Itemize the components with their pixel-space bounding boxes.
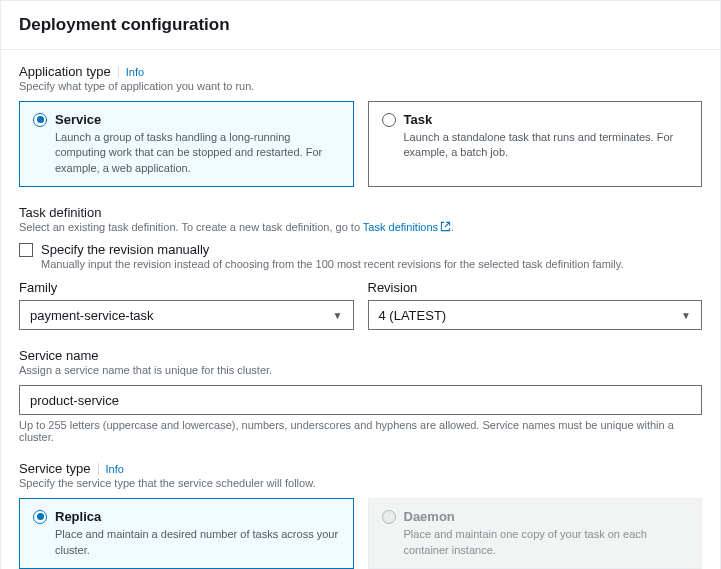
service-type-info-link[interactable]: Info: [98, 463, 124, 475]
radio-icon: [33, 510, 47, 524]
service-name-label: Service name: [19, 348, 702, 363]
task-definition-desc: Select an existing task definition. To c…: [19, 221, 702, 233]
specify-revision-label: Specify the revision manually: [41, 242, 702, 257]
task-definitions-link[interactable]: Task definitions: [363, 221, 451, 233]
task-definition-section: Task definition Select an existing task …: [19, 205, 702, 330]
external-link-icon: [440, 221, 451, 232]
chevron-down-icon: ▼: [681, 310, 691, 321]
app-type-task-desc: Launch a standalone task that runs and t…: [404, 130, 689, 161]
application-type-info-link[interactable]: Info: [118, 66, 144, 78]
page-title: Deployment configuration: [19, 15, 702, 35]
application-type-label: Application type: [19, 64, 111, 79]
app-type-task-card[interactable]: Task Launch a standalone task that runs …: [368, 101, 703, 187]
radio-icon: [33, 113, 47, 127]
specify-revision-checkbox[interactable]: [19, 243, 33, 257]
revision-label: Revision: [368, 280, 703, 295]
page-header: Deployment configuration: [1, 1, 720, 50]
service-type-daemon-title: Daemon: [404, 509, 455, 524]
service-type-daemon-desc: Place and maintain one copy of your task…: [404, 527, 689, 558]
service-type-label: Service type: [19, 461, 91, 476]
app-type-service-card[interactable]: Service Launch a group of tasks handling…: [19, 101, 354, 187]
family-value: payment-service-task: [30, 308, 154, 323]
app-type-service-title: Service: [55, 112, 101, 127]
task-definition-label: Task definition: [19, 205, 702, 220]
revision-select[interactable]: 4 (LATEST) ▼: [368, 300, 703, 330]
service-type-desc: Specify the service type that the servic…: [19, 477, 702, 489]
app-type-task-title: Task: [404, 112, 433, 127]
application-type-section: Application type Info Specify what type …: [19, 64, 702, 187]
application-type-desc: Specify what type of application you wan…: [19, 80, 702, 92]
service-type-replica-card[interactable]: Replica Place and maintain a desired num…: [19, 498, 354, 569]
app-type-service-desc: Launch a group of tasks handling a long-…: [55, 130, 340, 176]
service-type-replica-desc: Place and maintain a desired number of t…: [55, 527, 340, 558]
revision-value: 4 (LATEST): [379, 308, 447, 323]
chevron-down-icon: ▼: [333, 310, 343, 321]
service-name-helper: Up to 255 letters (uppercase and lowerca…: [19, 419, 702, 443]
service-type-section: Service type Info Specify the service ty…: [19, 461, 702, 569]
radio-icon: [382, 510, 396, 524]
family-select[interactable]: payment-service-task ▼: [19, 300, 354, 330]
service-name-desc: Assign a service name that is unique for…: [19, 364, 702, 376]
specify-revision-desc: Manually input the revision instead of c…: [41, 258, 702, 270]
family-label: Family: [19, 280, 354, 295]
service-name-input[interactable]: [19, 385, 702, 415]
radio-icon: [382, 113, 396, 127]
service-type-replica-title: Replica: [55, 509, 101, 524]
service-name-section: Service name Assign a service name that …: [19, 348, 702, 443]
service-type-daemon-card: Daemon Place and maintain one copy of yo…: [368, 498, 703, 569]
